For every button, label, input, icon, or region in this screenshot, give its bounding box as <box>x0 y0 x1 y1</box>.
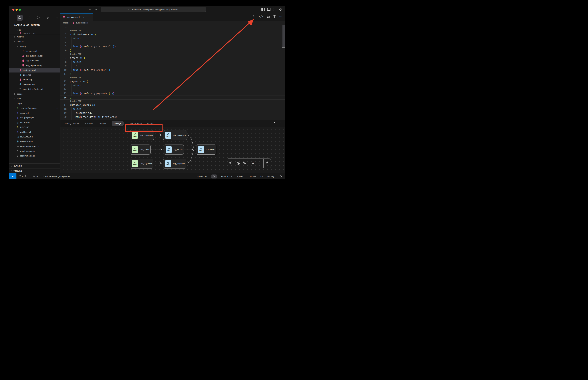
zoom-status-button[interactable] <box>211 174 217 178</box>
toggle-panel-icon[interactable] <box>267 8 270 11</box>
zoom-in-button[interactable]: + <box>252 161 254 166</box>
zoom-out-button[interactable]: − <box>258 161 260 166</box>
tree-file-readme[interactable]: README.md <box>9 134 60 139</box>
maximize-panel-chevron-icon[interactable] <box>273 122 276 124</box>
timeline-section[interactable]: TIMELINE <box>9 168 60 173</box>
tree-root-folder[interactable]: JAFFLE_SHOP_DUCKDB <box>9 23 60 27</box>
tree-file-requirements-dev[interactable]: requirements-dev.txt <box>9 144 60 149</box>
panel-tab-lineage-active[interactable]: Lineage <box>112 121 124 126</box>
tab-customers-sql[interactable]: customers.sql ✕ <box>61 13 93 21</box>
tree-file-dbt-project-yml[interactable]: ! dbt_project.yml <box>9 115 60 120</box>
remote-indicator[interactable]: >< <box>9 173 17 179</box>
problems-status[interactable]: 0 0 <box>19 175 29 178</box>
close-window-button[interactable] <box>12 9 15 11</box>
source-control-icon[interactable] <box>36 15 41 21</box>
toggle-sidebar-icon[interactable] <box>261 8 265 11</box>
tree-file-dockerfile[interactable]: Dockerfile <box>9 120 60 125</box>
folder-label: seeds <box>17 93 22 95</box>
zoom-window-button[interactable] <box>19 9 21 11</box>
codelens-preview-cte[interactable]: Preview CTE <box>70 99 81 103</box>
tree-file-license[interactable]: LICENSE <box>9 125 60 130</box>
query-results-table-icon[interactable] <box>266 15 270 19</box>
search-view-icon[interactable] <box>26 15 32 21</box>
close-tab-icon[interactable]: ✕ <box>82 16 84 19</box>
eol-status[interactable]: LF <box>261 175 263 178</box>
tree-file-profiles-yml[interactable]: ! profiles.yml <box>9 130 60 134</box>
ports-status[interactable]: 0 <box>33 175 38 178</box>
tree-folder-state[interactable]: state <box>9 96 60 101</box>
lineage-node-raw-orders[interactable]: SED raw_orders <box>130 145 151 154</box>
editor-scrollbar[interactable] <box>283 25 285 47</box>
more-views-chevron-icon[interactable] <box>55 15 60 21</box>
tree-folder-macros[interactable]: macros <box>9 34 60 39</box>
tree-file-query-log[interactable]: query_log.sq. <box>9 32 60 34</box>
tree-file-docs-md[interactable]: docs.md <box>9 73 60 77</box>
file-label: stg_orders.sql <box>26 59 39 62</box>
outline-label: OUTLINE <box>14 165 22 167</box>
breadcrumb-folder[interactable]: models <box>63 22 69 24</box>
explorer-view-icon[interactable] <box>17 15 23 21</box>
eye-icon[interactable] <box>243 162 246 165</box>
tree-file-requirements-in[interactable]: requirements.in <box>9 149 60 153</box>
lineage-node-customers-selected[interactable]: MDL customers <box>196 145 216 154</box>
compiled-code-icon[interactable]: </> <box>259 15 263 18</box>
bell-icon[interactable] <box>280 175 282 178</box>
split-editor-icon[interactable] <box>273 15 276 18</box>
run-debug-icon[interactable] <box>45 15 51 21</box>
command-center-search[interactable]: [Extension Development Host] jaffle_shop… <box>101 7 206 12</box>
code-editor[interactable]: 1 Preview CTE 2with customers as ( 3 sel… <box>61 25 285 120</box>
tree-folder-seeds[interactable]: seeds <box>9 92 60 96</box>
panel-tab-debug-console[interactable]: Debug Console <box>65 122 79 125</box>
lineage-node-stg-customers[interactable]: MDL stg_customers <box>163 130 187 140</box>
tree-folder-staging[interactable]: staging <box>9 44 60 49</box>
tree-file-customers-selected[interactable]: customers.sql <box>9 68 60 73</box>
outline-section[interactable]: OUTLINE <box>9 163 60 168</box>
encoding-status[interactable]: UTF-8 <box>250 175 256 178</box>
dbt-extension-status[interactable]: dbt Extension (unregistered) <box>42 175 70 178</box>
codelens-preview-cte[interactable]: Preview CTE <box>70 76 81 79</box>
tree-file-orders-sql[interactable]: orders.sql <box>9 77 60 82</box>
minimize-window-button[interactable] <box>16 9 18 11</box>
indentation-status[interactable]: Spaces: 2 <box>237 175 245 178</box>
breadcrumb[interactable]: models › customers.sql <box>61 21 285 25</box>
dbt-power-user-icon[interactable] <box>252 15 256 19</box>
tree-file-env-conformance[interactable]: $ .env.conformance ⊘ <box>9 106 60 111</box>
line-col-status[interactable]: Ln 16, Col 3 <box>221 175 232 178</box>
file-label: dbt_project.yml <box>20 116 34 119</box>
more-actions-icon[interactable]: ⋯ <box>279 16 283 17</box>
back-button[interactable]: ← <box>88 8 92 11</box>
close-panel-icon[interactable] <box>279 122 282 124</box>
lineage-canvas[interactable]: SED raw_customers MDL stg_customers SED … <box>61 127 285 173</box>
toggle-secondary-sidebar-icon[interactable] <box>273 8 276 11</box>
aperture-icon[interactable] <box>237 162 240 165</box>
tree-file-release-md[interactable]: RELEASE.md <box>9 139 60 144</box>
tree-file-schema-yml[interactable]: ! schema.yml <box>9 49 60 54</box>
tree-folder-target[interactable]: target <box>9 101 60 106</box>
codelens-preview-cte[interactable]: Preview CTE <box>70 53 81 56</box>
forward-button[interactable]: → <box>94 8 98 11</box>
tree-file-overview-md[interactable]: overview.md <box>9 82 60 87</box>
lineage-node-stg-orders[interactable]: MDL stg_orders <box>163 145 184 154</box>
tree-folder-models[interactable]: models <box>9 39 60 44</box>
tree-file-print-full-refresh[interactable]: print_full_refresh._sql_ <box>9 87 60 92</box>
tree-file-stg-payments[interactable]: stg_payments.sql <box>9 63 60 68</box>
node-label: stg_customers <box>173 134 186 136</box>
refresh-button[interactable] <box>264 159 271 168</box>
panel-tab-problems[interactable]: Problems <box>84 122 93 125</box>
yaml-file-icon: ! <box>22 50 25 53</box>
panel-tab-terminal[interactable]: Terminal <box>99 122 106 125</box>
codelens-preview-cte[interactable]: Preview CTE <box>70 29 81 33</box>
tree-file-stg-customers[interactable]: stg_customers.sql <box>9 54 60 58</box>
breadcrumb-file[interactable]: customers.sql <box>76 22 88 24</box>
language-mode-status[interactable]: MS SQL <box>267 175 275 178</box>
lineage-node-raw-payments[interactable]: SED raw_payments <box>130 159 153 169</box>
tree-file-stg-orders[interactable]: stg_orders.sql <box>9 58 60 63</box>
tree-file-user-yml[interactable]: ! .user.yml <box>9 111 60 115</box>
settings-gear-icon[interactable] <box>279 8 282 11</box>
lineage-search-button[interactable] <box>227 159 234 168</box>
tree-file-requirements-txt[interactable]: requirements.txt <box>9 153 60 158</box>
tree-folder-logs[interactable]: logs <box>9 27 60 32</box>
cursor-tab-status[interactable]: Cursor Tab <box>197 175 207 178</box>
lineage-node-stg-payments[interactable]: MDL stg_payments <box>163 159 186 169</box>
overview-ruler-marker <box>282 47 285 48</box>
